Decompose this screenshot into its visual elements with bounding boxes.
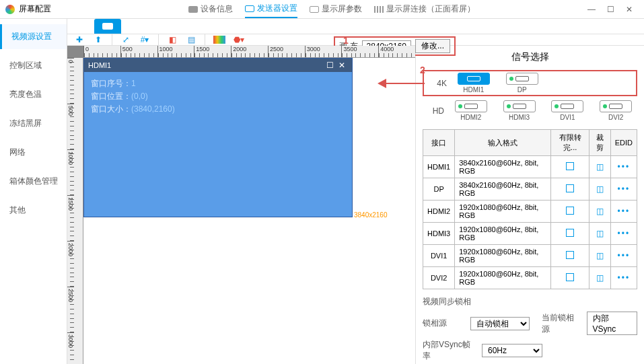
ruler-corner <box>67 46 83 58</box>
signal-row-4k: 4K HDMI1 DP <box>423 70 637 96</box>
win-pos-value: (0,0) <box>131 92 148 101</box>
nav-device-info[interactable]: 设备信息 <box>188 1 233 17</box>
checkbox-icon[interactable] <box>566 273 574 281</box>
sidebar-item-freeze[interactable]: 冻结黑屏 <box>0 111 67 136</box>
signal-slot-hdmi3[interactable]: HDMI3 <box>498 100 541 121</box>
cell-edid[interactable]: ••• <box>610 178 637 201</box>
signal-table: 接口 输入格式 有限转完... 裁剪 EDID HDMI13840x2160@6… <box>423 129 637 289</box>
maximize-button[interactable]: ☐ <box>601 3 620 16</box>
nav-display-params[interactable]: 显示屏参数 <box>310 1 362 17</box>
port-box[interactable] <box>503 100 536 112</box>
port-box[interactable] <box>600 100 632 112</box>
edid-icon[interactable]: ••• <box>618 207 631 216</box>
edid-icon[interactable]: ••• <box>618 251 631 260</box>
fit-icon[interactable]: ⤢ <box>120 34 131 45</box>
checkbox-icon[interactable] <box>566 207 574 215</box>
cell-format: 1920x1080@60Hz, 8bit, RGB <box>455 267 551 289</box>
close-button[interactable]: ✕ <box>620 3 639 16</box>
port-box[interactable] <box>506 73 538 85</box>
add-icon[interactable]: ✚ <box>74 34 85 45</box>
edid-icon[interactable]: ••• <box>618 273 631 283</box>
crop-icon[interactable]: ◫ <box>596 273 604 283</box>
signal-slot-hdmi1[interactable]: HDMI1 <box>452 73 495 94</box>
port-box[interactable] <box>551 100 583 112</box>
layers-icon[interactable]: ▤ <box>186 34 196 45</box>
signal-slot-dp[interactable]: DP <box>501 73 544 94</box>
tab-active[interactable] <box>94 19 121 34</box>
minimize-button[interactable]: — <box>582 3 601 16</box>
cell-limited[interactable] <box>551 178 589 201</box>
port-box[interactable] <box>458 73 490 85</box>
signal-slot-dvi1[interactable]: DVI1 <box>546 100 589 121</box>
ruler-tick: 1000 <box>67 149 74 195</box>
crop-icon[interactable]: ◫ <box>596 184 604 194</box>
window-close-icon[interactable]: ✕ <box>336 61 348 70</box>
sidebar: 视频源设置 控制区域 亮度色温 冻结黑屏 网络 箱体颜色管理 其他 <box>0 19 67 364</box>
cell-edid[interactable]: ••• <box>610 156 637 178</box>
tag-icon[interactable]: ⬣▾ <box>234 34 244 45</box>
sidebar-item-video-source[interactable]: 视频源设置 <box>0 24 67 49</box>
cell-limited[interactable] <box>551 201 589 223</box>
cell-crop[interactable]: ◫ <box>589 201 610 223</box>
table-row: HDMI21920x1080@60Hz, 8bit, RGB◫••• <box>423 201 637 223</box>
window-title: HDMI1 <box>88 61 324 69</box>
crop-icon[interactable]: ◫ <box>596 251 604 260</box>
cell-edid[interactable]: ••• <box>610 223 637 245</box>
sidebar-item-brightness[interactable]: 亮度色温 <box>0 82 67 107</box>
th-port: 接口 <box>423 130 455 156</box>
signal-slot-dvi2[interactable]: DVI2 <box>594 100 637 121</box>
table-row: HDMI31920x1080@60Hz, 8bit, RGB◫••• <box>423 223 637 245</box>
cell-edid[interactable]: ••• <box>610 201 637 223</box>
nav-display-connect[interactable]: 显示屏连接（正面看屏） <box>374 1 475 17</box>
win-size-label: 窗口大小： <box>91 104 131 114</box>
window-titlebar[interactable]: HDMI1 ☐ ✕ <box>84 59 352 72</box>
checkbox-icon[interactable] <box>566 162 574 170</box>
ruler-tick: 2000 <box>67 241 74 287</box>
canvas-area[interactable]: 0 500 1000 1500 2000 2500 3000 3500 4000… <box>67 46 415 364</box>
modify-button[interactable]: 修改... <box>415 39 450 53</box>
canvas-body[interactable]: HDMI1 ☐ ✕ 窗口序号：1 窗口位置：(0,0) 窗口大小：(3840,2… <box>83 58 415 364</box>
export-icon[interactable]: ⬆ <box>93 34 104 45</box>
crop-icon[interactable]: ◫ <box>596 162 604 172</box>
checkbox-icon[interactable] <box>566 251 574 259</box>
edid-icon[interactable]: ••• <box>618 184 631 194</box>
cell-crop[interactable]: ◫ <box>589 245 610 267</box>
ruler-tick: 500 <box>120 46 157 57</box>
signal-slot-hdmi2[interactable]: HDMI2 <box>450 100 493 121</box>
edid-icon[interactable]: ••• <box>618 229 631 238</box>
crop-icon[interactable]: ◫ <box>596 207 604 216</box>
app-logo-icon <box>5 5 15 14</box>
cell-limited[interactable] <box>551 156 589 178</box>
sidebar-item-control-area[interactable]: 控制区域 <box>0 53 67 78</box>
cell-crop[interactable]: ◫ <box>589 223 610 245</box>
canvas-window[interactable]: HDMI1 ☐ ✕ 窗口序号：1 窗口位置：(0,0) 窗口大小：(3840,2… <box>83 58 353 217</box>
sidebar-item-other[interactable]: 其他 <box>0 198 67 223</box>
color-bars-icon[interactable] <box>213 36 225 44</box>
port-box[interactable] <box>455 100 487 112</box>
cell-crop[interactable]: ◫ <box>589 267 610 289</box>
sidebar-item-network[interactable]: 网络 <box>0 140 67 165</box>
checkbox-icon[interactable] <box>566 229 574 237</box>
cell-format: 3840x2160@60Hz, 8bit, RGB <box>455 178 551 201</box>
cell-crop[interactable]: ◫ <box>589 178 610 201</box>
sidebar-item-color-mgmt[interactable]: 箱体颜色管理 <box>0 169 67 194</box>
cell-limited[interactable] <box>551 245 589 267</box>
crop-icon[interactable]: ◫ <box>596 229 604 238</box>
cell-limited[interactable] <box>551 223 589 245</box>
palette-icon[interactable]: ◧ <box>167 34 178 45</box>
cell-edid[interactable]: ••• <box>610 267 637 289</box>
nav-sender-settings[interactable]: 发送器设置 <box>245 0 297 18</box>
hdmi-icon <box>467 76 480 81</box>
th-edid: EDID <box>610 130 637 156</box>
edid-icon[interactable]: ••• <box>618 162 631 172</box>
cell-edid[interactable]: ••• <box>610 245 637 267</box>
cell-port: HDMI1 <box>423 156 455 178</box>
grid-icon[interactable]: #▾ <box>139 34 150 45</box>
checkbox-icon[interactable] <box>566 184 574 192</box>
lock-src-select[interactable]: 自动锁相 <box>470 317 530 330</box>
window-maximize-icon[interactable]: ☐ <box>324 61 336 70</box>
slot-name: HDMI2 <box>460 114 481 121</box>
cell-crop[interactable]: ◫ <box>589 156 610 178</box>
vsync-rate-select[interactable]: 60Hz <box>482 344 542 357</box>
cell-limited[interactable] <box>551 267 589 289</box>
